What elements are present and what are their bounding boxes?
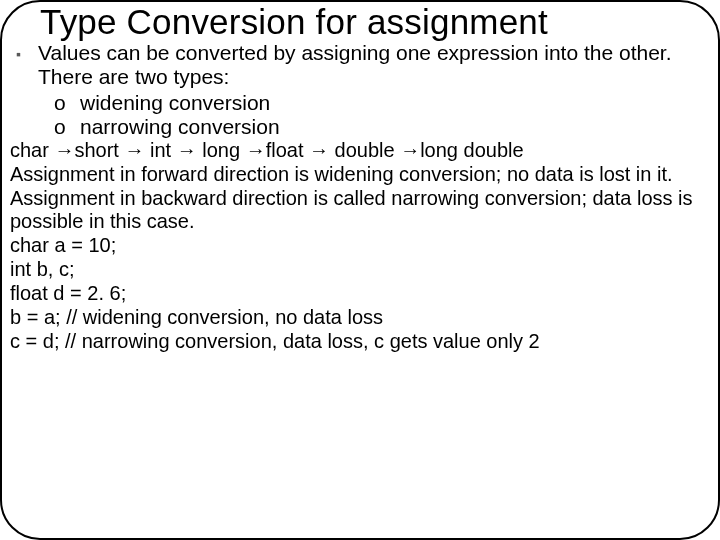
sub-list: o widening conversion o narrowing conver… [8,89,710,139]
bullet-text: Values can be converted by assigning one… [38,41,710,89]
body-content: ▪ Values can be converted by assigning o… [8,41,710,140]
type-chain: char →short → int → long →float → double… [10,139,710,163]
code-line: b = a; // widening conversion, no data l… [10,306,710,330]
code-line: c = d; // narrowing conversion, data los… [10,330,710,354]
bullet-item: ▪ Values can be converted by assigning o… [8,41,710,89]
slide-title: Type Conversion for assignment [8,4,710,41]
explanation-block: char →short → int → long →float → double… [8,139,710,354]
bullet-marker: ▪ [16,41,38,89]
code-line: char a = 10; [10,234,710,258]
sub-item: o widening conversion [54,91,710,115]
code-line: float d = 2. 6; [10,282,710,306]
text-line: Assignment in forward direction is widen… [10,163,710,187]
sub-item: o narrowing conversion [54,115,710,139]
sub-marker: o [54,91,80,115]
slide-frame: Type Conversion for assignment ▪ Values … [0,0,720,540]
sub-text: narrowing conversion [80,115,280,139]
sub-marker: o [54,115,80,139]
text-line: Assignment in backward direction is call… [10,187,710,234]
code-line: int b, c; [10,258,710,282]
sub-text: widening conversion [80,91,270,115]
